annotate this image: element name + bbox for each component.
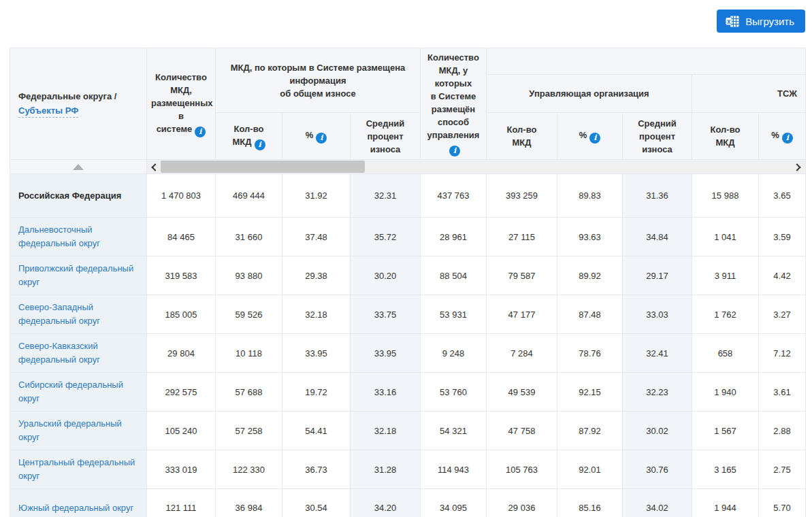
- sort-asc-icon[interactable]: [73, 164, 84, 170]
- value-cell: 37.48: [282, 218, 351, 256]
- region-cell: Сибирский федеральный округ: [10, 373, 147, 412]
- header-uo-count: Кол-во МКД: [487, 113, 557, 160]
- table-row: Южный федеральный округ121 11136 98430.5…: [10, 489, 806, 517]
- value-cell: 29.17: [623, 256, 692, 295]
- value-cell: 49 539: [487, 373, 557, 412]
- region-link[interactable]: Уральский федеральный округ: [18, 418, 122, 442]
- info-icon[interactable]: [782, 133, 793, 144]
- value-cell: 35.72: [351, 218, 421, 256]
- value-cell: 79 587: [487, 256, 557, 295]
- value-cell: 15 988: [692, 174, 759, 218]
- value-cell: 93.63: [557, 218, 623, 256]
- info-icon[interactable]: [255, 139, 265, 150]
- value-cell: 1 041: [692, 218, 759, 256]
- header-uo-avg: Средний процент износа: [623, 113, 692, 160]
- value-cell: 4.42: [759, 256, 806, 295]
- value-cell: 57 688: [216, 373, 282, 412]
- value-cell: 84 465: [147, 218, 216, 256]
- value-cell: 30.54: [282, 489, 351, 517]
- value-cell: 87.48: [557, 295, 623, 334]
- horizontal-scrollbar[interactable]: [147, 160, 805, 173]
- region-link[interactable]: Дальневосточный федеральный округ: [18, 224, 100, 248]
- value-cell: 5.70: [759, 489, 806, 517]
- value-cell: 7 284: [487, 334, 557, 373]
- scroll-right-icon[interactable]: [793, 163, 800, 171]
- header-tsj-pct: %: [759, 113, 806, 160]
- scroll-left-icon[interactable]: [151, 163, 159, 171]
- value-cell: 333 019: [147, 450, 216, 489]
- scrollbar-cell: [147, 160, 806, 174]
- table-body: Российская Федерация1 470 803469 44431.9…: [10, 174, 806, 517]
- export-button[interactable]: x Выгрузить: [717, 10, 805, 33]
- value-cell: 32.41: [623, 334, 692, 373]
- value-cell: 10 118: [216, 334, 282, 373]
- value-cell: 3.59: [759, 218, 806, 256]
- region-cell: Приволжский федеральный округ: [10, 256, 147, 295]
- value-cell: 29 036: [487, 489, 557, 517]
- value-cell: 105 763: [487, 450, 557, 489]
- region-total-label: Российская Федерация: [18, 190, 121, 201]
- value-cell: 30.76: [623, 450, 692, 489]
- value-cell: 3.27: [759, 295, 806, 334]
- value-cell: 30.20: [351, 256, 421, 295]
- value-cell: 32.18: [282, 295, 351, 334]
- info-icon[interactable]: [195, 127, 206, 137]
- value-cell: 27 115: [487, 218, 557, 256]
- header-uo-pct: %: [557, 113, 623, 160]
- value-cell: 54.41: [282, 412, 351, 450]
- value-cell: 2.88: [759, 412, 806, 450]
- value-cell: 31.36: [623, 174, 692, 218]
- value-cell: 7.12: [759, 334, 806, 373]
- value-cell: 29 804: [147, 334, 216, 373]
- value-cell: 2.75: [759, 450, 806, 489]
- value-cell: 93 880: [216, 256, 282, 295]
- header-group-wear: МКД, по которым в Системе размещена инфо…: [216, 48, 421, 113]
- value-cell: 92.15: [557, 373, 623, 412]
- table-row: Северо-Кавказский федеральный округ29 80…: [10, 334, 806, 373]
- excel-icon: x: [726, 16, 739, 27]
- region-link[interactable]: Центральный федеральный округ: [18, 457, 135, 481]
- svg-text:x: x: [727, 17, 731, 24]
- region-link[interactable]: Сибирский федеральный округ: [18, 380, 123, 403]
- region-cell: Российская Федерация: [10, 174, 147, 218]
- header-region-title: Федеральные округа /: [18, 90, 142, 103]
- value-cell: 33.75: [351, 295, 421, 334]
- value-cell: 3.65: [759, 174, 806, 218]
- region-link[interactable]: Северо-Западный федеральный округ: [18, 302, 100, 326]
- info-icon[interactable]: [316, 133, 327, 144]
- table-row: Приволжский федеральный округ319 58393 8…: [10, 256, 806, 295]
- table-row: Северо-Западный федеральный округ185 005…: [10, 295, 806, 334]
- value-cell: 47 177: [487, 295, 557, 334]
- value-cell: 78.76: [557, 334, 623, 373]
- info-icon[interactable]: [449, 146, 460, 156]
- value-cell: 3 911: [692, 256, 759, 295]
- value-cell: 319 583: [147, 256, 216, 295]
- value-cell: 36.73: [282, 450, 351, 489]
- value-cell: 33.95: [282, 334, 351, 373]
- value-cell: 57 258: [216, 412, 282, 450]
- header-total-mkd: Количество МКД, размещенных в системе: [147, 48, 216, 160]
- table-row: Уральский федеральный округ105 24057 258…: [10, 412, 806, 450]
- subjects-rf-link[interactable]: Субъекты РФ: [18, 104, 78, 118]
- value-cell: 1 762: [692, 295, 759, 334]
- info-icon[interactable]: [589, 133, 600, 144]
- value-cell: 1 944: [692, 489, 759, 517]
- table-row: Центральный федеральный округ333 019122 …: [10, 450, 806, 489]
- value-cell: 31 660: [216, 218, 282, 256]
- region-cell: Дальневосточный федеральный округ: [10, 218, 147, 256]
- value-cell: 36 984: [216, 489, 282, 517]
- region-link[interactable]: Южный федеральный округ: [18, 503, 133, 513]
- value-cell: 34.84: [623, 218, 692, 256]
- value-cell: 3 165: [692, 450, 759, 489]
- scrollbar-thumb[interactable]: [161, 161, 365, 173]
- region-cell: Центральный федеральный округ: [10, 450, 147, 489]
- value-cell: 34.02: [623, 489, 692, 517]
- value-cell: 28 961: [421, 218, 487, 256]
- value-cell: 393 259: [487, 174, 557, 218]
- value-cell: 54 321: [421, 412, 487, 450]
- region-link[interactable]: Северо-Кавказский федеральный округ: [18, 341, 100, 365]
- region-link[interactable]: Приволжский федеральный округ: [18, 263, 133, 287]
- table-row: Дальневосточный федеральный округ84 4653…: [10, 218, 806, 256]
- value-cell: 19.72: [282, 373, 351, 412]
- region-cell: Северо-Западный федеральный округ: [10, 295, 147, 334]
